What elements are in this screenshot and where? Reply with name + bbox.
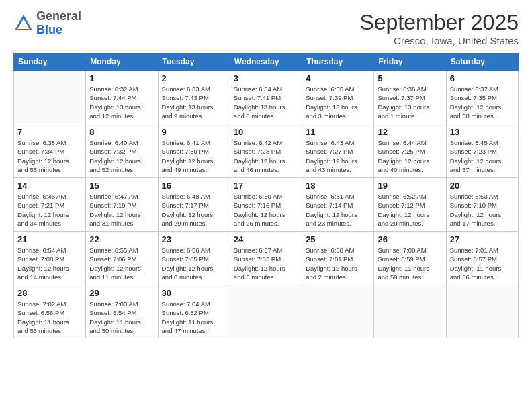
weekday-header: Friday (374, 54, 446, 71)
calendar-cell: 27Sunrise: 7:01 AM Sunset: 6:57 PM Dayli… (446, 232, 518, 285)
calendar-cell: 14Sunrise: 6:46 AM Sunset: 7:21 PM Dayli… (14, 178, 86, 232)
day-number: 24 (234, 234, 298, 244)
calendar-cell: 3Sunrise: 6:34 AM Sunset: 7:41 PM Daylig… (230, 71, 302, 124)
calendar-cell: 7Sunrise: 6:38 AM Sunset: 7:34 PM Daylig… (14, 124, 86, 178)
calendar-cell: 12Sunrise: 6:44 AM Sunset: 7:25 PM Dayli… (374, 124, 446, 178)
day-number: 6 (450, 73, 515, 83)
weekday-row: SundayMondayTuesdayWednesdayThursdayFrid… (14, 54, 519, 71)
day-number: 26 (378, 234, 442, 244)
day-info: Sunrise: 6:33 AM Sunset: 7:43 PM Dayligh… (162, 85, 226, 120)
day-info: Sunrise: 6:45 AM Sunset: 7:23 PM Dayligh… (450, 138, 515, 174)
day-info: Sunrise: 7:03 AM Sunset: 6:54 PM Dayligh… (89, 300, 154, 335)
logo-icon (13, 13, 34, 34)
day-number: 13 (450, 127, 515, 137)
calendar-cell: 20Sunrise: 6:53 AM Sunset: 7:10 PM Dayli… (446, 178, 518, 232)
calendar-cell (230, 285, 302, 338)
day-info: Sunrise: 6:40 AM Sunset: 7:32 PM Dayligh… (89, 138, 154, 174)
day-number: 28 (17, 288, 82, 298)
logo-text: General Blue (36, 10, 81, 37)
day-number: 5 (378, 73, 442, 83)
day-number: 7 (17, 127, 82, 137)
day-info: Sunrise: 6:32 AM Sunset: 7:44 PM Dayligh… (89, 85, 154, 120)
day-number: 16 (162, 181, 226, 191)
day-info: Sunrise: 6:54 AM Sunset: 7:08 PM Dayligh… (17, 246, 82, 281)
calendar-table: SundayMondayTuesdayWednesdayThursdayFrid… (13, 53, 519, 338)
day-info: Sunrise: 6:46 AM Sunset: 7:21 PM Dayligh… (17, 192, 82, 228)
day-number: 9 (162, 127, 226, 137)
day-number: 18 (306, 181, 370, 191)
calendar-cell: 23Sunrise: 6:56 AM Sunset: 7:05 PM Dayli… (158, 232, 230, 285)
header: General Blue September 2025 Cresco, Iowa… (13, 10, 519, 46)
day-info: Sunrise: 7:01 AM Sunset: 6:57 PM Dayligh… (450, 246, 515, 281)
day-number: 21 (17, 234, 82, 244)
weekday-header: Saturday (446, 54, 518, 71)
calendar-cell: 10Sunrise: 6:42 AM Sunset: 7:28 PM Dayli… (230, 124, 302, 178)
calendar-week-row: 7Sunrise: 6:38 AM Sunset: 7:34 PM Daylig… (14, 124, 519, 178)
calendar-cell: 2Sunrise: 6:33 AM Sunset: 7:43 PM Daylig… (158, 71, 230, 124)
day-number: 30 (162, 288, 226, 298)
day-info: Sunrise: 6:38 AM Sunset: 7:34 PM Dayligh… (17, 138, 82, 174)
calendar-cell: 1Sunrise: 6:32 AM Sunset: 7:44 PM Daylig… (86, 71, 158, 124)
day-info: Sunrise: 6:47 AM Sunset: 7:19 PM Dayligh… (89, 192, 154, 228)
calendar-cell: 29Sunrise: 7:03 AM Sunset: 6:54 PM Dayli… (86, 285, 158, 338)
calendar-cell: 9Sunrise: 6:41 AM Sunset: 7:30 PM Daylig… (158, 124, 230, 178)
day-info: Sunrise: 6:56 AM Sunset: 7:05 PM Dayligh… (162, 246, 226, 281)
logo-blue: Blue (36, 24, 81, 37)
calendar-cell: 5Sunrise: 6:36 AM Sunset: 7:37 PM Daylig… (374, 71, 446, 124)
weekday-header: Wednesday (230, 54, 302, 71)
day-info: Sunrise: 6:41 AM Sunset: 7:30 PM Dayligh… (162, 138, 226, 174)
location: Cresco, Iowa, United States (359, 35, 519, 46)
calendar-cell: 13Sunrise: 6:45 AM Sunset: 7:23 PM Dayli… (446, 124, 518, 178)
day-info: Sunrise: 6:53 AM Sunset: 7:10 PM Dayligh… (450, 192, 515, 228)
day-number: 17 (234, 181, 298, 191)
day-info: Sunrise: 6:35 AM Sunset: 7:39 PM Dayligh… (306, 85, 370, 120)
day-number: 2 (162, 73, 226, 83)
calendar-cell: 15Sunrise: 6:47 AM Sunset: 7:19 PM Dayli… (86, 178, 158, 232)
calendar-cell: 28Sunrise: 7:02 AM Sunset: 6:56 PM Dayli… (14, 285, 86, 338)
calendar-body: 1Sunrise: 6:32 AM Sunset: 7:44 PM Daylig… (14, 71, 519, 338)
calendar-cell: 26Sunrise: 7:00 AM Sunset: 6:59 PM Dayli… (374, 232, 446, 285)
calendar-week-row: 28Sunrise: 7:02 AM Sunset: 6:56 PM Dayli… (14, 285, 519, 338)
calendar-cell: 21Sunrise: 6:54 AM Sunset: 7:08 PM Dayli… (14, 232, 86, 285)
calendar-cell: 8Sunrise: 6:40 AM Sunset: 7:32 PM Daylig… (86, 124, 158, 178)
day-number: 11 (306, 127, 370, 137)
calendar-week-row: 21Sunrise: 6:54 AM Sunset: 7:08 PM Dayli… (14, 232, 519, 285)
calendar-cell: 17Sunrise: 6:50 AM Sunset: 7:16 PM Dayli… (230, 178, 302, 232)
calendar-cell: 11Sunrise: 6:43 AM Sunset: 7:27 PM Dayli… (302, 124, 374, 178)
weekday-header: Sunday (14, 54, 86, 71)
day-info: Sunrise: 6:48 AM Sunset: 7:17 PM Dayligh… (162, 192, 226, 228)
day-info: Sunrise: 6:55 AM Sunset: 7:06 PM Dayligh… (89, 246, 154, 281)
day-number: 27 (450, 234, 515, 244)
logo: General Blue (13, 10, 81, 37)
day-info: Sunrise: 6:43 AM Sunset: 7:27 PM Dayligh… (306, 138, 370, 174)
day-number: 20 (450, 181, 515, 191)
day-number: 22 (89, 234, 154, 244)
day-number: 19 (378, 181, 442, 191)
calendar-week-row: 1Sunrise: 6:32 AM Sunset: 7:44 PM Daylig… (14, 71, 519, 124)
day-info: Sunrise: 6:34 AM Sunset: 7:41 PM Dayligh… (234, 85, 298, 120)
title-block: September 2025 Cresco, Iowa, United Stat… (359, 10, 519, 46)
calendar-cell: 30Sunrise: 7:04 AM Sunset: 6:52 PM Dayli… (158, 285, 230, 338)
day-info: Sunrise: 7:02 AM Sunset: 6:56 PM Dayligh… (17, 300, 82, 335)
calendar-cell: 6Sunrise: 6:37 AM Sunset: 7:35 PM Daylig… (446, 71, 518, 124)
calendar-cell: 18Sunrise: 6:51 AM Sunset: 7:14 PM Dayli… (302, 178, 374, 232)
day-number: 12 (378, 127, 442, 137)
day-number: 3 (234, 73, 298, 83)
calendar-cell: 4Sunrise: 6:35 AM Sunset: 7:39 PM Daylig… (302, 71, 374, 124)
calendar-cell: 19Sunrise: 6:52 AM Sunset: 7:12 PM Dayli… (374, 178, 446, 232)
day-number: 1 (89, 73, 154, 83)
day-info: Sunrise: 6:44 AM Sunset: 7:25 PM Dayligh… (378, 138, 442, 174)
calendar-cell (14, 71, 86, 124)
day-info: Sunrise: 6:57 AM Sunset: 7:03 PM Dayligh… (234, 246, 298, 281)
page: General Blue September 2025 Cresco, Iowa… (0, 0, 532, 411)
day-number: 29 (89, 288, 154, 298)
day-number: 8 (89, 127, 154, 137)
calendar-cell: 16Sunrise: 6:48 AM Sunset: 7:17 PM Dayli… (158, 178, 230, 232)
logo-general: General (36, 10, 81, 24)
day-info: Sunrise: 7:00 AM Sunset: 6:59 PM Dayligh… (378, 246, 442, 281)
calendar-header: SundayMondayTuesdayWednesdayThursdayFrid… (14, 54, 519, 71)
day-info: Sunrise: 6:52 AM Sunset: 7:12 PM Dayligh… (378, 192, 442, 228)
weekday-header: Thursday (302, 54, 374, 71)
day-number: 25 (306, 234, 370, 244)
calendar-cell: 22Sunrise: 6:55 AM Sunset: 7:06 PM Dayli… (86, 232, 158, 285)
